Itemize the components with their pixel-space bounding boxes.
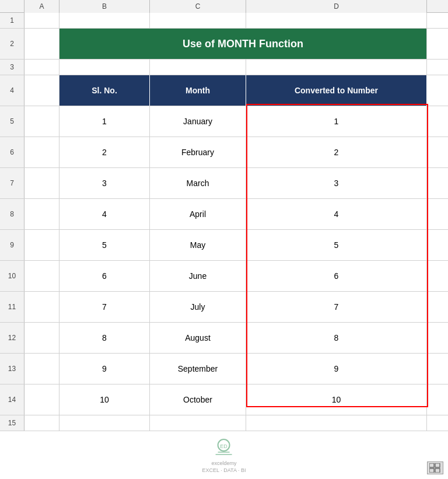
cell-b3 (60, 60, 150, 75)
cell-a12 (24, 323, 60, 353)
table-row: 5 1 January 1 (0, 106, 448, 137)
cell-c15 (150, 415, 246, 431)
row-number: 9 (0, 230, 24, 260)
table-row: 15 (0, 415, 448, 431)
table-row: 7 3 March 3 (0, 168, 448, 199)
row-number: 7 (0, 168, 24, 198)
cell-d10: 6 (246, 261, 427, 291)
watermark: ED exceldemy EXCEL · DATA · BI (202, 436, 246, 473)
cell-d13: 9 (246, 354, 427, 384)
cell-b1 (60, 13, 150, 28)
grid-icon (429, 463, 441, 473)
cell-a11 (24, 292, 60, 322)
cell-a5 (24, 106, 60, 137)
title-row: 2 Use of MONTH Function (0, 29, 448, 60)
row-number: 1 (0, 13, 24, 28)
row-number: 15 (0, 415, 24, 431)
cell-c14: October (150, 384, 246, 415)
cell-d11: 7 (246, 292, 427, 322)
cell-b10: 6 (60, 261, 150, 291)
svg-rect-4 (429, 463, 434, 467)
table-row: 12 8 August 8 (0, 323, 448, 354)
row-number: 14 (0, 384, 24, 415)
col-header-d: D (246, 0, 427, 13)
bottom-right-icon (427, 461, 443, 474)
cell-a6 (24, 137, 60, 167)
row-number: 2 (0, 29, 24, 59)
cell-a1 (24, 13, 60, 28)
spreadsheet: A B C D 1 2 Use of MONTH Function 3 (0, 0, 448, 479)
row-number: 13 (0, 354, 24, 384)
header-sl-no: Sl. No. (60, 75, 150, 106)
cell-b11: 7 (60, 292, 150, 322)
cell-c6: February (150, 137, 246, 167)
svg-text:ED: ED (220, 443, 228, 449)
table-row: 1 (0, 13, 448, 29)
table-row: 9 5 May 5 (0, 230, 448, 261)
cell-c12: August (150, 323, 246, 353)
cell-b5: 1 (60, 106, 150, 137)
header-converted: Converted to Number (246, 75, 427, 106)
header-month: Month (150, 75, 246, 106)
cell-b7: 3 (60, 168, 150, 198)
cell-d1 (246, 13, 427, 28)
table-row: 3 (0, 60, 448, 75)
table-row: 6 2 February 2 (0, 137, 448, 168)
svg-rect-6 (429, 468, 434, 473)
cell-d8: 4 (246, 199, 427, 229)
cell-a7 (24, 168, 60, 198)
row-number: 8 (0, 199, 24, 229)
cell-a9 (24, 230, 60, 260)
cell-b13: 9 (60, 354, 150, 384)
row-number: 11 (0, 292, 24, 322)
cell-d12: 8 (246, 323, 427, 353)
col-header-a: A (24, 0, 60, 13)
cell-d7: 3 (246, 168, 427, 198)
watermark-logo-icon: ED (212, 436, 236, 459)
cell-c1 (150, 13, 246, 28)
cell-b12: 8 (60, 323, 150, 353)
cell-a10 (24, 261, 60, 291)
cell-c10: June (150, 261, 246, 291)
cell-d6: 2 (246, 137, 427, 167)
cell-b9: 5 (60, 230, 150, 260)
col-header-c: C (150, 0, 246, 13)
cell-b8: 4 (60, 199, 150, 229)
cell-b14: 10 (60, 384, 150, 415)
cell-c11: July (150, 292, 246, 322)
cell-d3 (246, 60, 427, 75)
cell-c8: April (150, 199, 246, 229)
row-number: 10 (0, 261, 24, 291)
row-number: 3 (0, 60, 24, 75)
row-number: 5 (0, 106, 24, 137)
cell-a8 (24, 199, 60, 229)
svg-rect-7 (435, 468, 440, 473)
row-number: 6 (0, 137, 24, 167)
cell-c3 (150, 60, 246, 75)
cell-c9: May (150, 230, 246, 260)
corner-cell (0, 0, 24, 13)
table-row: 10 6 June 6 (0, 261, 448, 292)
cell-a4 (24, 75, 60, 106)
cell-b15 (60, 415, 150, 431)
cell-a3 (24, 60, 60, 75)
cell-d9: 5 (246, 230, 427, 260)
cell-d15 (246, 415, 427, 431)
cell-a14 (24, 384, 60, 415)
row-number: 4 (0, 75, 24, 106)
cell-a2 (24, 29, 60, 59)
rows-container: 1 2 Use of MONTH Function 3 4 Sl. No. Mo… (0, 13, 448, 431)
cell-c13: September (150, 354, 246, 384)
cell-a13 (24, 354, 60, 384)
table-row: 13 9 September 9 (0, 354, 448, 384)
cell-a15 (24, 415, 60, 431)
col-header-b: B (60, 0, 150, 13)
column-headers-row: A B C D (0, 0, 448, 13)
cell-b6: 2 (60, 137, 150, 167)
cell-d5: 1 (246, 106, 427, 137)
watermark-text-line2: EXCEL · DATA · BI (202, 467, 246, 473)
watermark-text-line1: exceldemy (211, 460, 236, 466)
cell-c5: January (150, 106, 246, 137)
cell-d14: 10 (246, 384, 427, 415)
svg-rect-5 (435, 463, 440, 467)
